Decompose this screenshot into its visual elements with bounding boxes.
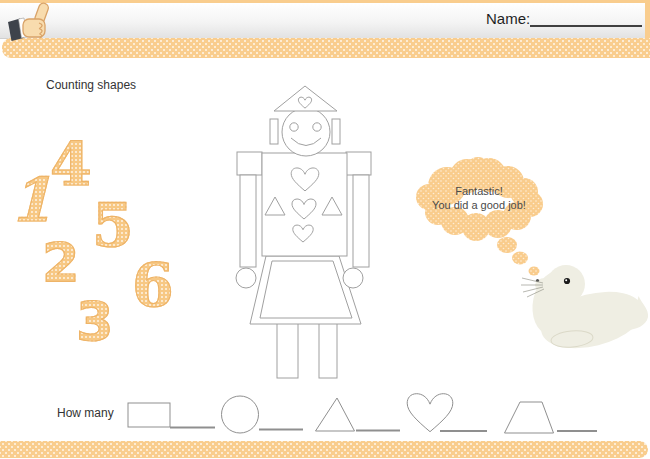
count-shape-heart (407, 394, 453, 432)
count-shape-rectangle (128, 403, 170, 427)
speech-bubble-text: Fantastic! You did a good job! (413, 184, 545, 212)
robot-skirt (250, 256, 361, 324)
answer-lines (170, 428, 597, 432)
robot-left-hand (236, 268, 256, 288)
robot-right-arm (353, 175, 369, 267)
robot-left-ear (270, 119, 278, 144)
seal-eye (564, 278, 570, 284)
seal-illustration (521, 265, 649, 358)
robot-right-ear (332, 119, 340, 144)
robot-figure (236, 86, 371, 378)
robot-right-leg (319, 322, 337, 378)
robot-right-hand (343, 268, 363, 288)
robot-right-shoulder (346, 152, 371, 175)
robot-left-leg (277, 322, 298, 378)
speech-line-2: You did a good job! (413, 198, 545, 212)
speech-line-1: Fantastic! (413, 184, 545, 198)
robot-left-arm (240, 175, 256, 267)
count-shape-triangle (316, 398, 355, 431)
robot-left-shoulder (237, 152, 262, 175)
thought-trail-bubbles (497, 237, 540, 276)
worksheet-page: Name: Counting shapes 4 1 5 2 6 3 (0, 0, 650, 459)
count-shape-circle (222, 396, 259, 433)
how-many-label: How many (57, 406, 114, 420)
count-shape-trapezoid (505, 402, 554, 433)
robot-head (282, 108, 330, 156)
worksheet-canvas (0, 0, 650, 459)
